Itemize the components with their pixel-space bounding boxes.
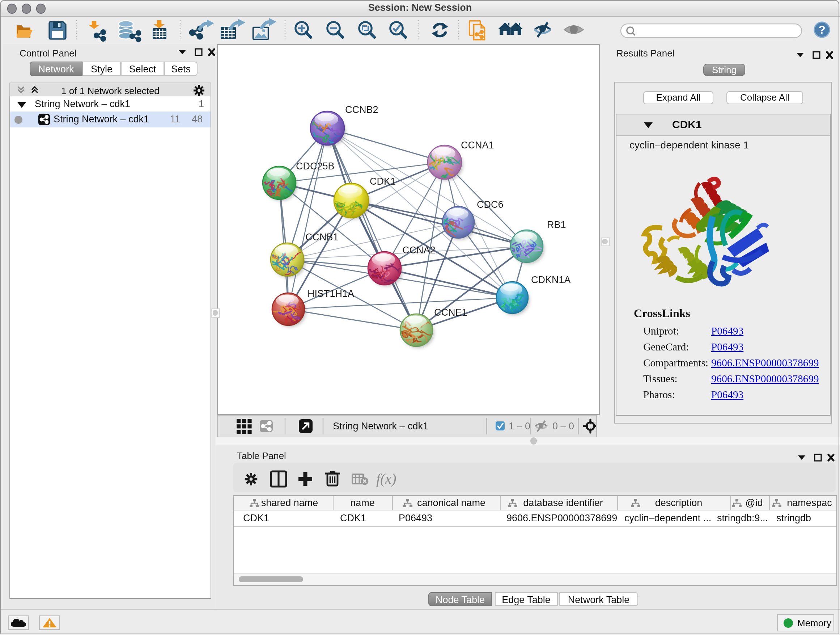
svg-text:CCNB2: CCNB2 [345,104,378,115]
svg-text:CDK1: CDK1 [370,176,396,187]
svg-text:CCNA1: CCNA1 [461,140,494,150]
svg-text:CCNE1: CCNE1 [434,307,467,318]
svg-text:CDKN1A: CDKN1A [531,274,571,285]
svg-text:CDC6: CDC6 [477,199,504,210]
svg-text:String Network – cdk1: String Network – cdk1 [333,421,428,432]
svg-text:1 – 0: 1 – 0 [508,421,531,432]
svg-text:CDC25B: CDC25B [296,161,335,172]
svg-text:RB1: RB1 [547,219,566,230]
svg-text:CCNB1: CCNB1 [305,232,339,242]
svg-text:CCNA2: CCNA2 [402,245,436,256]
svg-text:0 – 0: 0 – 0 [553,421,574,432]
svg-text:HIST1H1A: HIST1H1A [308,288,354,299]
svg-text:f(x): f(x) [376,470,396,486]
svg-text:?: ? [818,23,826,36]
